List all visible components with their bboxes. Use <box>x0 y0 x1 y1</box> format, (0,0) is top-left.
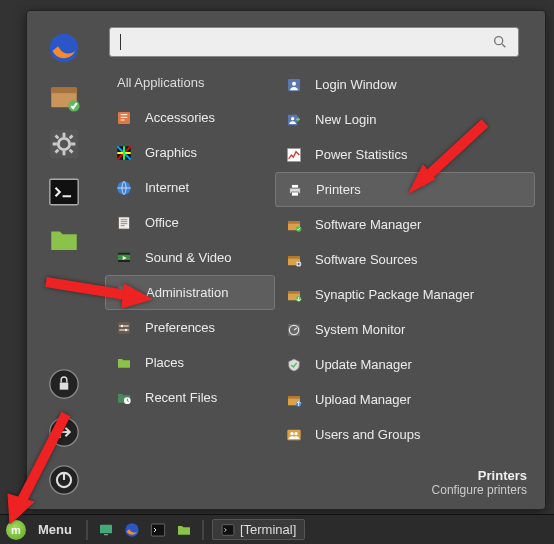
app-item-label: Power Statistics <box>315 147 407 162</box>
category-item-preferences[interactable]: Preferences <box>105 310 275 345</box>
sidebar-files[interactable] <box>47 223 81 257</box>
category-item-label: Graphics <box>145 145 197 160</box>
terminal-icon <box>150 522 166 538</box>
app-item-new-login[interactable]: New Login <box>275 102 535 137</box>
taskbar-files[interactable] <box>174 520 194 540</box>
taskbar-window-terminal[interactable]: [Terminal] <box>212 519 305 540</box>
app-item-update-manager[interactable]: Update Manager <box>275 347 535 382</box>
sidebar-lock[interactable] <box>47 367 81 401</box>
app-item-login-window[interactable]: Login Window <box>275 67 535 102</box>
taskbar-terminal-launcher[interactable] <box>148 520 168 540</box>
sidebar-logout[interactable] <box>47 415 81 449</box>
menu-columns: All Applications AccessoriesGraphicsInte… <box>101 65 545 464</box>
search-icon <box>492 34 508 50</box>
sidebar-settings[interactable] <box>47 127 81 161</box>
lock-icon <box>47 367 81 401</box>
app-item-label: Login Window <box>315 77 397 92</box>
taskbar-separator <box>202 520 204 540</box>
footer-description: Configure printers <box>101 483 527 497</box>
svg-point-41 <box>298 263 300 265</box>
office-icon <box>113 212 135 234</box>
sidebar-terminal[interactable] <box>47 175 81 209</box>
login-window-icon <box>283 74 305 96</box>
desktop-icon <box>98 522 114 538</box>
app-item-software-manager[interactable]: Software Manager <box>275 207 535 242</box>
system-monitor-icon <box>283 319 305 341</box>
app-item-printer[interactable]: Printers <box>275 172 535 207</box>
menu-button[interactable]: Menu <box>32 522 78 537</box>
internet-icon <box>113 177 135 199</box>
package-icon <box>47 79 81 113</box>
category-item-accessories[interactable]: Accessories <box>105 100 275 135</box>
terminal-icon <box>47 175 81 209</box>
upload-manager-icon <box>283 389 305 411</box>
update-manager-icon <box>283 354 305 376</box>
search-input[interactable] <box>109 27 519 57</box>
svg-point-51 <box>290 432 293 435</box>
category-item-internet[interactable]: Internet <box>105 170 275 205</box>
app-item-synaptic[interactable]: Synaptic Package Manager <box>275 277 535 312</box>
app-item-users-groups[interactable]: Users and Groups <box>275 417 535 452</box>
places-icon <box>113 352 135 374</box>
app-item-upload-manager[interactable]: Upload Manager <box>275 382 535 417</box>
category-item-label: Preferences <box>145 320 215 335</box>
category-item-recent[interactable]: Recent Files <box>105 380 275 415</box>
app-item-label: Upload Manager <box>315 392 411 407</box>
power-icon <box>47 463 81 497</box>
category-item-label: Administration <box>146 285 228 300</box>
software-manager-icon <box>283 214 305 236</box>
categories-heading: All Applications <box>105 69 275 100</box>
category-item-multimedia[interactable]: Sound & Video <box>105 240 275 275</box>
menu-footer: Printers Configure printers <box>101 464 545 509</box>
taskbar-show-desktop[interactable] <box>96 520 116 540</box>
synaptic-icon <box>283 284 305 306</box>
category-item-office[interactable]: Office <box>105 205 275 240</box>
folder-icon <box>47 223 81 257</box>
folder-icon <box>176 522 192 538</box>
svg-point-25 <box>125 328 128 331</box>
svg-rect-39 <box>288 256 300 259</box>
sidebar-firefox[interactable] <box>47 31 81 65</box>
svg-rect-36 <box>288 221 300 224</box>
taskbar-separator <box>86 520 88 540</box>
svg-rect-53 <box>100 524 112 533</box>
category-item-graphics[interactable]: Graphics <box>105 135 275 170</box>
accessories-icon <box>113 107 135 129</box>
category-item-label: Office <box>145 215 179 230</box>
app-item-label: Software Manager <box>315 217 421 232</box>
svg-point-28 <box>292 81 296 85</box>
new-login-icon <box>283 109 305 131</box>
app-item-label: Users and Groups <box>315 427 421 442</box>
menu-sidebar <box>27 11 101 509</box>
svg-rect-57 <box>222 524 234 535</box>
category-item-label: Accessories <box>145 110 215 125</box>
mint-logo-icon[interactable]: m <box>6 520 26 540</box>
app-item-system-monitor[interactable]: System Monitor <box>275 312 535 347</box>
software-sources-icon <box>283 249 305 271</box>
svg-rect-19 <box>118 260 130 262</box>
sidebar-shutdown[interactable] <box>47 463 81 497</box>
app-item-power-stats[interactable]: Power Statistics <box>275 137 535 172</box>
text-cursor <box>120 34 121 50</box>
svg-rect-2 <box>51 88 77 94</box>
graphics-icon <box>113 142 135 164</box>
category-item-places[interactable]: Places <box>105 345 275 380</box>
category-item-administration[interactable]: Administration <box>105 275 275 310</box>
taskbar-firefox[interactable] <box>122 520 142 540</box>
search-container <box>101 11 545 65</box>
category-item-label: Internet <box>145 180 189 195</box>
svg-rect-6 <box>50 179 78 205</box>
category-item-label: Sound & Video <box>145 250 232 265</box>
recent-icon <box>113 387 135 409</box>
svg-point-24 <box>121 324 124 327</box>
svg-rect-8 <box>60 383 69 390</box>
app-item-software-sources[interactable]: Software Sources <box>275 242 535 277</box>
menu-body: All Applications AccessoriesGraphicsInte… <box>27 11 545 509</box>
svg-rect-18 <box>118 252 130 254</box>
svg-rect-48 <box>288 396 300 399</box>
power-stats-icon <box>283 144 305 166</box>
category-item-label: Recent Files <box>145 390 217 405</box>
svg-rect-34 <box>292 192 299 196</box>
sidebar-software[interactable] <box>47 79 81 113</box>
firefox-icon <box>124 522 140 538</box>
